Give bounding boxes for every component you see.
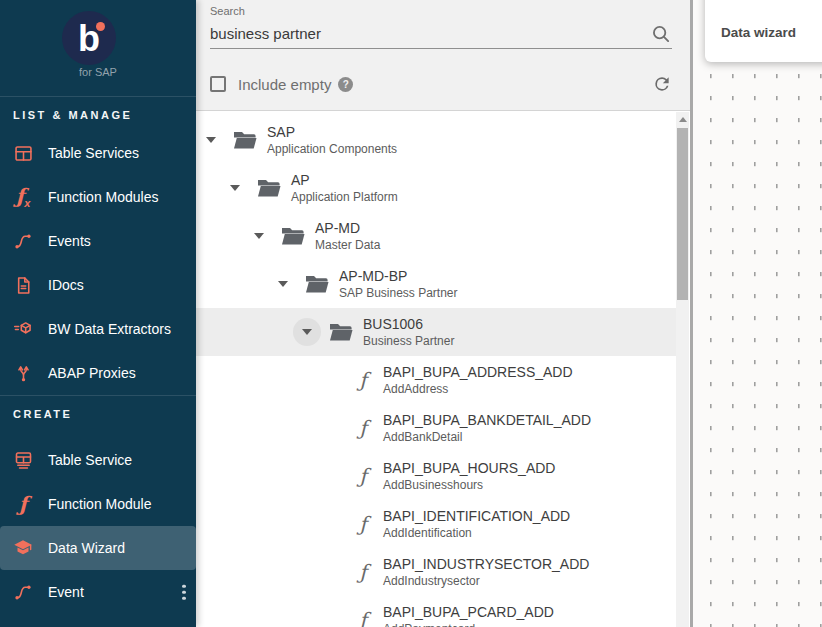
search-field-label: Search [210,3,672,19]
scroll-up-arrow-icon[interactable] [676,112,689,126]
collapse-toggle[interactable] [248,223,270,249]
abap-proxy-icon [11,361,35,385]
section-create: CREATE Table Service ƒ Function Module D… [0,395,196,614]
tree-leaf-function[interactable]: ƒ BAPI_BUPA_ADDRESS_ADD AddAddress [196,356,676,404]
function-description: AddIdentification [383,525,570,541]
logo-tagline: for SAP [0,66,196,78]
fx-icon: ƒx [11,185,35,209]
tree-node-code: AP-MD-BP [339,268,458,285]
brand-logo: b [62,11,116,65]
tree-node-name: Application Components [267,141,397,157]
search-input-row [210,19,672,49]
tree-node-code: SAP [267,124,397,141]
collapse-toggle[interactable] [293,318,321,346]
sidebar-item-label: Events [48,233,91,249]
sidebar-item-events[interactable]: Events [0,219,196,263]
data-wizard-app: b for SAP LIST & MANAGE Table Services ƒ… [0,0,822,627]
function-icon: ƒ [352,370,374,390]
section-list-manage: LIST & MANAGE Table Services ƒx Function… [0,97,196,395]
collapse-toggle[interactable] [200,127,222,153]
function-name: BAPI_BUPA_HOURS_ADD [383,460,555,477]
sidebar-item-label: BW Data Extractors [48,321,171,337]
tree-node-ap-md-bp[interactable]: AP-MD-BP SAP Business Partner [196,260,676,308]
chevron-down-icon [278,281,288,287]
sidebar-item-table-service[interactable]: Table Service [0,438,196,482]
search-panel: Search Include empty ? [196,0,690,111]
function-description: AddBusinesshours [383,477,555,493]
browser-panel: Search Include empty ? [196,0,690,627]
table-grid-icon [11,141,35,165]
tree-leaf-function[interactable]: ƒ BAPI_BUPA_HOURS_ADD AddBusinesshours [196,452,676,500]
section-title: CREATE [0,402,196,426]
idoc-document-icon [11,273,35,297]
tree-node-code: AP-MD [315,220,380,237]
function-name: BAPI_BUPA_PCARD_ADD [383,604,554,621]
sidebar-item-label: IDocs [48,277,84,293]
sidebar-item-label: ABAP Proxies [48,365,136,381]
tree-node-name: Business Partner [363,333,454,349]
function-name: BAPI_BUPA_BANKDETAIL_ADD [383,412,591,429]
sidebar-item-label: Function Module [48,496,152,512]
collapse-toggle[interactable] [224,175,246,201]
search-input[interactable] [210,25,650,42]
function-description: AddBankDetail [383,429,591,445]
function-description: AddIndustrysector [383,573,589,589]
tree-scrollbar[interactable] [676,112,689,627]
chevron-down-icon [254,233,264,239]
sidebar-item-label: Table Services [48,145,139,161]
function-description: AddAddress [383,381,573,397]
sidebar-item-bw-data-extractors[interactable]: BW Data Extractors [0,307,196,351]
tree-node-name: Master Data [315,237,380,253]
sidebar-item-function-modules[interactable]: ƒx Function Modules [0,175,196,219]
tree-leaf-function[interactable]: ƒ BAPI_IDENTIFICATION_ADD AddIdentificat… [196,500,676,548]
function-icon: ƒ [352,466,374,486]
folder-open-icon [280,224,306,248]
kebab-menu-icon[interactable] [182,582,186,603]
tree-node-code: BUS1006 [363,316,454,333]
help-icon[interactable]: ? [338,77,353,92]
chevron-down-icon [206,137,216,143]
refresh-icon[interactable] [652,74,672,94]
panel-divider[interactable] [690,0,693,627]
logo-dot-icon [96,22,105,31]
tree-node-sap[interactable]: SAP Application Components [196,116,676,164]
folder-open-icon [328,320,354,344]
tree-leaf-function[interactable]: ƒ BAPI_INDUSTRYSECTOR_ADD AddIndustrysec… [196,548,676,596]
function-description: AddPaymentcard [383,621,554,627]
folder-open-icon [256,176,282,200]
scrollbar-thumb[interactable] [677,128,688,300]
sidebar-item-event[interactable]: Event [0,570,196,614]
logo-block: b for SAP [0,0,196,97]
tree-node-ap[interactable]: AP Application Platform [196,164,676,212]
folder-open-icon [304,272,330,296]
wizard-canvas[interactable]: Data wizard [693,0,822,627]
sidebar-item-label: Event [48,584,84,600]
tree-leaf-function[interactable]: ƒ BAPI_BUPA_BANKDETAIL_ADD AddBankDetail [196,404,676,452]
collapse-toggle[interactable] [272,271,294,297]
sidebar-item-function-module[interactable]: ƒ Function Module [0,482,196,526]
sidebar-item-idocs[interactable]: IDocs [0,263,196,307]
data-wizard-card[interactable]: Data wizard [705,0,822,62]
sidebar-item-abap-proxies[interactable]: ABAP Proxies [0,351,196,395]
include-empty-label: Include empty [238,76,331,93]
dot-grid-background [693,0,822,627]
tree-leaf-function[interactable]: ƒ BAPI_BUPA_PCARD_ADD AddPaymentcard [196,596,676,627]
card-title: Data wizard [721,25,796,40]
bw-cube-icon [11,317,35,341]
event-flow-icon [11,580,35,604]
folder-open-icon [232,128,258,152]
include-empty-checkbox[interactable] [210,76,226,92]
tree-node-ap-md[interactable]: AP-MD Master Data [196,212,676,260]
sidebar-item-table-services[interactable]: Table Services [0,131,196,175]
function-name: BAPI_BUPA_ADDRESS_ADD [383,364,573,381]
function-name: BAPI_INDUSTRYSECTOR_ADD [383,556,589,573]
sidebar-item-label: Data Wizard [48,540,125,556]
sidebar-item-label: Function Modules [48,189,159,205]
component-tree: SAP Application Components AP Applicatio… [196,112,690,627]
search-icon[interactable] [650,23,672,45]
sidebar-item-data-wizard[interactable]: Data Wizard [0,526,196,570]
chevron-down-icon [230,185,240,191]
tree-node-bus1006[interactable]: BUS1006 Business Partner [196,308,676,356]
event-flow-icon [11,229,35,253]
function-icon: ƒ [352,562,374,582]
